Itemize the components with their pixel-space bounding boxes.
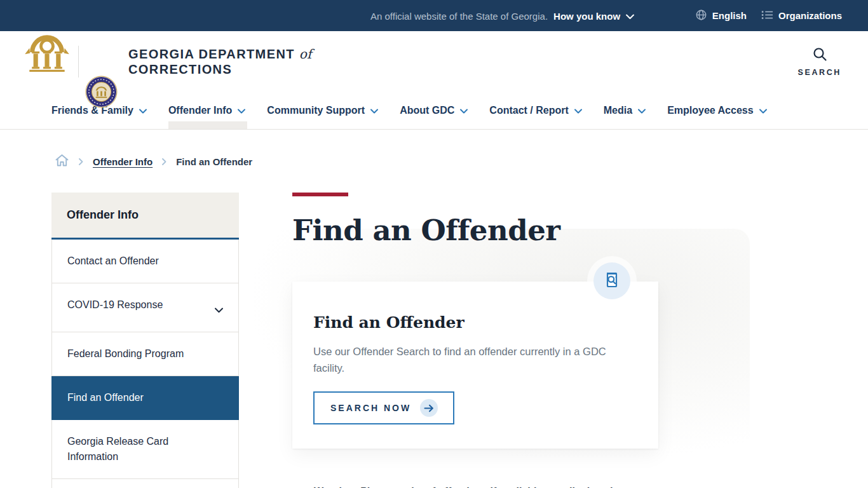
sidebar-item-covid-19-response[interactable]: COVID-19 Response	[51, 283, 239, 332]
nav-item-offender-info[interactable]: Offender Info	[168, 92, 245, 129]
nav-label: Employee Access	[667, 105, 753, 116]
agency-name-of: of	[299, 46, 311, 62]
how-you-know-toggle[interactable]: How you know	[553, 10, 634, 21]
search-icon	[811, 46, 828, 65]
main-content: Find an Offender Find an Offender Use ou…	[292, 193, 658, 488]
globe-icon	[695, 9, 707, 23]
main-nav: Friends & Family Offender Info Community…	[0, 92, 868, 130]
corrections-seal-logo[interactable]	[85, 76, 118, 108]
org-list-icon	[761, 10, 773, 22]
title-accent-bar	[292, 193, 348, 196]
offender-search-badge	[593, 262, 630, 299]
how-you-know-label: How you know	[553, 10, 620, 21]
official-statement-group: An official website of the State of Geor…	[370, 10, 634, 21]
language-label: English	[712, 10, 747, 21]
seal-icon	[85, 76, 118, 108]
topbar-links: English Organizations	[695, 9, 842, 23]
organizations-link[interactable]: Organizations	[761, 10, 842, 22]
sidebar-item-label: COVID-19 Response	[67, 297, 163, 313]
card-title: Find an Offender	[313, 313, 637, 332]
nav-item-media[interactable]: Media	[604, 92, 646, 129]
agency-name-line2: CORRECTIONS	[128, 62, 311, 77]
warning-text: Warning: Photographs of offenders, if av…	[314, 484, 613, 488]
official-statement: An official website of the State of Geor…	[370, 10, 548, 21]
sidebar-item-label: Georgia Release Card Information	[67, 434, 194, 464]
sidebar-title[interactable]: Offender Info	[51, 193, 239, 240]
official-state-bar: An official website of the State of Geor…	[0, 0, 868, 31]
chevron-down-icon	[238, 105, 245, 116]
document-search-icon	[603, 270, 621, 292]
nav-item-contact-report[interactable]: Contact / Report	[489, 92, 581, 129]
language-selector[interactable]: English	[695, 9, 747, 23]
chevron-down-icon	[370, 105, 378, 116]
nav-item-employee-access[interactable]: Employee Access	[667, 92, 766, 129]
sidebar-offender-info: Offender Info Contact an Offender COVID-…	[51, 193, 239, 488]
nav-label: Community Support	[267, 105, 365, 116]
card-description: Use our Offender Search to find an offen…	[313, 343, 617, 376]
sidebar-item-label: Contact an Offender	[67, 254, 159, 269]
nav-label: About GDC	[400, 105, 454, 116]
home-icon[interactable]	[55, 154, 69, 170]
arch-icon	[23, 26, 71, 74]
sidebar-item-label: Find an Offender	[67, 390, 144, 405]
breadcrumb: Offender Info Find an Offender	[55, 154, 252, 170]
agency-name-line1: GEORGIA DEPARTMENT	[128, 47, 295, 61]
breadcrumb-separator-icon	[162, 156, 166, 168]
sidebar-item-georgia-release-card[interactable]: Georgia Release Card Information	[51, 420, 239, 479]
page: An official website of the State of Geor…	[0, 0, 868, 488]
breadcrumb-offender-info[interactable]: Offender Info	[93, 156, 153, 167]
search-now-label: SEARCH NOW	[330, 403, 411, 413]
chevron-down-icon	[574, 105, 582, 116]
nav-label: Offender Info	[168, 105, 232, 116]
chevron-down-icon	[460, 105, 468, 116]
nav-label: Contact / Report	[489, 105, 568, 116]
chevron-down-icon	[759, 105, 767, 116]
chevron-down-icon	[626, 10, 634, 21]
nav-item-community-support[interactable]: Community Support	[267, 92, 378, 129]
search-now-button[interactable]: SEARCH NOW	[313, 391, 454, 424]
find-offender-card: Find an Offender Use our Offender Search…	[292, 281, 658, 449]
sidebar-item-label: Federal Bonding Program	[67, 346, 184, 362]
site-header: GEORGIA DEPARTMENT of CORRECTIONS SEARCH	[0, 31, 868, 92]
header-divider	[78, 46, 79, 78]
chevron-down-icon	[638, 105, 646, 116]
search-label: SEARCH	[798, 68, 841, 77]
agency-title[interactable]: GEORGIA DEPARTMENT of CORRECTIONS	[128, 46, 311, 77]
chevron-down-icon	[139, 105, 147, 116]
sidebar-item-find-an-offender[interactable]: Find an Offender	[51, 376, 239, 420]
sidebar-item-incarcerated-veterans[interactable]: Incarcerated Veterans	[51, 479, 239, 488]
arrow-right-icon	[420, 399, 438, 417]
organizations-label: Organizations	[778, 10, 842, 21]
warning-list-item: Warning: Photographs of offenders, if av…	[292, 484, 658, 488]
page-title: Find an Offender	[292, 212, 658, 250]
nav-label: Media	[604, 105, 632, 116]
breadcrumb-current: Find an Offender	[176, 156, 252, 167]
sidebar-item-contact-an-offender[interactable]: Contact an Offender	[51, 240, 239, 283]
sidebar-item-federal-bonding-program[interactable]: Federal Bonding Program	[51, 332, 239, 376]
breadcrumb-separator-icon	[79, 156, 83, 168]
nav-item-about-gdc[interactable]: About GDC	[400, 92, 468, 129]
header-search-button[interactable]: SEARCH	[798, 46, 841, 77]
chevron-down-icon[interactable]	[215, 302, 223, 318]
